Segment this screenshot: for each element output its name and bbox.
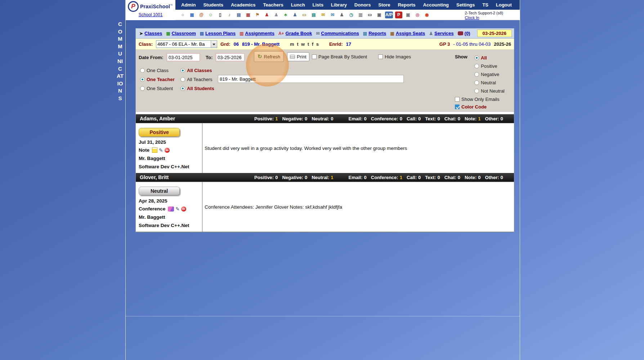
report-icon[interactable]: ▥: [357, 12, 364, 18]
top-nav-item[interactable]: Admin: [181, 2, 196, 8]
category-button-neutral[interactable]: Neutral: [139, 187, 180, 195]
top-nav-item[interactable]: Store: [378, 2, 390, 8]
top-nav-item[interactable]: Donors: [354, 2, 371, 8]
mobile-phone-icon[interactable]: ▯: [216, 12, 224, 18]
grading-period-range: - 01-05 thru 04-03: [453, 41, 491, 47]
announcement-icon[interactable]: ⚑: [254, 12, 261, 18]
leaf-icon[interactable]: ♣: [282, 12, 289, 18]
calculator-icon[interactable]: ▦: [188, 12, 196, 18]
speaker-icon[interactable]: ♪: [226, 12, 233, 18]
refresh-button-label: Refresh: [264, 54, 281, 59]
school-link[interactable]: School 1001: [126, 12, 175, 17]
current-date-badge[interactable]: 03-25-2026: [477, 30, 512, 37]
color-code-checkbox[interactable]: Color Code: [455, 104, 487, 110]
stat-value: 0: [437, 175, 440, 180]
chat-counter[interactable]: (0): [458, 31, 470, 36]
show-option-radio[interactable]: All: [474, 55, 505, 61]
subnav-item-assign-seats[interactable]: ▦ Assign Seats: [390, 31, 425, 36]
top-nav-item[interactable]: Lists: [313, 2, 323, 8]
show-option-radio[interactable]: Positive: [474, 63, 505, 69]
delete-icon[interactable]: [181, 206, 186, 212]
category-button-positive[interactable]: Positive: [139, 128, 180, 137]
show-option-radio[interactable]: Not Neutral: [474, 88, 505, 94]
note-icon[interactable]: [152, 147, 157, 153]
hide-images-checkbox[interactable]: Hide Images: [378, 54, 411, 59]
conference-people-icon[interactable]: [168, 206, 174, 212]
top-nav-item[interactable]: Accounting: [423, 2, 449, 8]
show-only-emails-checkbox[interactable]: Show Only Emails: [455, 97, 499, 102]
top-nav-item[interactable]: Logout: [496, 2, 512, 8]
print-button[interactable]: Print: [287, 52, 309, 61]
edit-pencil-icon[interactable]: [159, 148, 163, 153]
class-select[interactable]: 4667 - 06 ELA - Mr. Ba: [156, 40, 217, 48]
search-icon[interactable]: ○: [179, 12, 186, 18]
smiley-icon[interactable]: ☺: [207, 12, 214, 18]
subnav-item-label[interactable]: Lesson Plans: [205, 31, 236, 36]
keyboard-icon[interactable]: ▭: [366, 12, 374, 18]
newsletter-icon[interactable]: ▤: [235, 12, 242, 18]
all-students-radio[interactable]: All Students: [180, 86, 214, 91]
power-icon[interactable]: ◉: [423, 12, 430, 18]
subnav-item-label[interactable]: Classroom: [172, 31, 196, 36]
subnav-item-services[interactable]: ♟ Services: [429, 31, 453, 36]
help-icon[interactable]: ◎: [414, 12, 421, 18]
mail-gold-icon[interactable]: ✉: [319, 12, 327, 18]
ap-badge-icon[interactable]: A/P: [385, 12, 393, 18]
subnav-item-communications[interactable]: ✉ Communications: [316, 31, 359, 36]
vertical-banner: COMMUNICATIONS: [117, 21, 124, 102]
subnav-item-label[interactable]: Reports: [368, 31, 386, 36]
clock-in-link[interactable]: Clock In: [465, 15, 479, 20]
one-student-radio[interactable]: One Student: [140, 86, 173, 91]
subnav-item-label[interactable]: Services: [434, 31, 454, 36]
staff-icon[interactable]: ♟: [338, 12, 345, 18]
top-nav-item[interactable]: Settings: [456, 2, 475, 8]
print-icon[interactable]: ▣: [376, 12, 383, 18]
people-icon[interactable]: ♟: [291, 12, 299, 18]
subnav-item-label[interactable]: Assign Seats: [396, 31, 425, 36]
one-teacher-radio[interactable]: One Teacher: [140, 77, 175, 82]
mail-send-icon[interactable]: ✉: [329, 12, 336, 18]
top-nav-item[interactable]: Teachers: [263, 2, 283, 8]
top-nav-item[interactable]: TS: [482, 2, 488, 8]
top-nav-item[interactable]: Lunch: [291, 2, 305, 8]
all-classes-radio[interactable]: All Classes: [180, 68, 212, 73]
refresh-button[interactable]: Refresh: [254, 51, 284, 62]
record-date: Jul 31, 2025: [139, 139, 199, 145]
subnav-item-label[interactable]: Communications: [321, 31, 359, 36]
pdf-icon[interactable]: P: [395, 12, 402, 18]
delete-icon[interactable]: [165, 148, 170, 153]
top-nav-item[interactable]: Library: [331, 2, 347, 8]
subnav-item-label[interactable]: Grade Book: [286, 31, 312, 36]
show-option-radio[interactable]: Negative: [474, 72, 505, 77]
top-nav-item[interactable]: Reports: [398, 2, 415, 8]
edit-pencil-icon[interactable]: [175, 206, 180, 212]
subnav-item-classes[interactable]: ➤ Classes: [139, 31, 162, 36]
clock-icon[interactable]: ◷: [348, 12, 355, 18]
teacher-filter-input[interactable]: [218, 75, 404, 83]
top-nav-item[interactable]: Academics: [231, 2, 256, 8]
date-to-input[interactable]: [216, 53, 245, 61]
subnav-item-grade-book[interactable]: A+ Grade Book: [278, 31, 312, 36]
chat-count-label[interactable]: (0): [465, 31, 470, 36]
subnav-item-assignments[interactable]: ▥ Assignments: [240, 31, 274, 36]
printer2-icon[interactable]: ▣: [404, 12, 412, 18]
one-class-radio[interactable]: One Class: [140, 68, 169, 73]
notebook-icon[interactable]: ▤: [310, 12, 317, 18]
email-at-icon[interactable]: @: [198, 12, 205, 18]
top-nav-item[interactable]: Students: [203, 2, 223, 8]
show-option-radio[interactable]: Neutral: [474, 80, 505, 85]
date-from-input[interactable]: [167, 53, 200, 61]
radio-icon: [140, 68, 145, 73]
communications-panel: ➤ Classes ▦ Classroom ▤ Lesson Plans ▥ A…: [135, 28, 514, 232]
subnav-item-lesson-plans[interactable]: ▤ Lesson Plans: [200, 31, 236, 36]
all-teachers-radio[interactable]: All Teachers: [180, 77, 213, 82]
page-break-checkbox[interactable]: Page Break By Student: [312, 54, 367, 59]
subnav-item-label[interactable]: Classes: [144, 31, 162, 36]
subnav-item-label[interactable]: Assignments: [245, 31, 274, 36]
person-gray-icon[interactable]: ♟: [273, 12, 280, 18]
person-red-icon[interactable]: ♟: [263, 12, 270, 18]
subnav-item-reports[interactable]: ▤ Reports: [363, 31, 386, 36]
calendar-icon[interactable]: ▦: [245, 12, 252, 18]
subnav-item-classroom[interactable]: ▦ Classroom: [166, 31, 196, 36]
id-card-icon[interactable]: ▭: [301, 12, 308, 18]
